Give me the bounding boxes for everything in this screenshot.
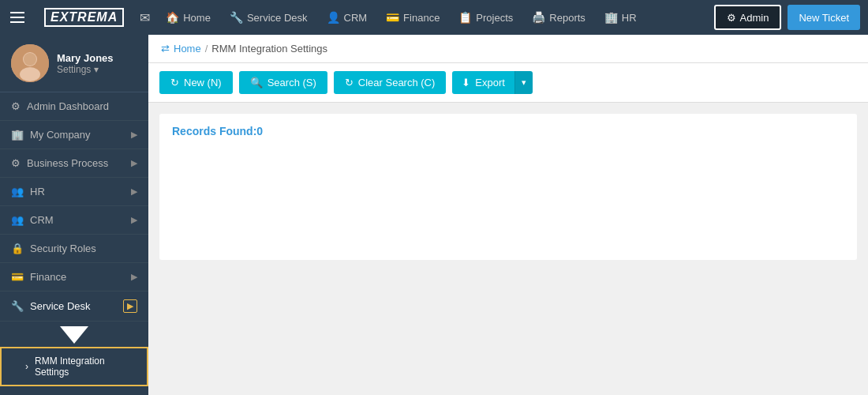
sidebar-item-service-desk[interactable]: 🔧 Service Desk ▶ bbox=[0, 292, 148, 322]
breadcrumb-separator: / bbox=[205, 43, 208, 55]
sidebar-user-info: Mary Jones Settings ▾ bbox=[57, 52, 114, 75]
svg-rect-2 bbox=[10, 21, 24, 23]
nav-crm[interactable]: 👤CRM bbox=[317, 0, 377, 35]
toolbar: ↻ New (N) 🔍 Search (S) ↻ Clear Search (C… bbox=[148, 63, 868, 103]
refresh-icon: ↻ bbox=[170, 77, 179, 88]
clear-search-button[interactable]: ↻ Clear Search (C) bbox=[334, 71, 447, 94]
topbar-right: ⚙ Admin New Ticket bbox=[706, 5, 868, 30]
svg-rect-1 bbox=[10, 17, 24, 18]
breadcrumb-home-link[interactable]: Home bbox=[174, 43, 201, 55]
new-ticket-button[interactable]: New Ticket bbox=[788, 5, 860, 30]
sidebar-item-hr[interactable]: 👥 HR ▶ bbox=[0, 178, 148, 206]
down-arrow-icon bbox=[60, 326, 88, 344]
breadcrumb: ⇄ Home / RMM Integration Settings bbox=[148, 35, 868, 63]
refresh-clear-icon: ↻ bbox=[345, 77, 354, 88]
expand-icon: ▶ bbox=[131, 186, 137, 197]
nav-finance[interactable]: 💳Finance bbox=[376, 0, 449, 35]
my-company-icon: 🏢 bbox=[11, 129, 24, 141]
sidebar-arrow-indicator bbox=[0, 322, 148, 347]
menu-toggle-icon[interactable] bbox=[0, 12, 35, 23]
home-icon: 🏠 bbox=[166, 11, 179, 24]
export-group: ⬇ Export ▾ bbox=[452, 71, 533, 94]
sidebar-item-admin-dashboard[interactable]: ⚙ Admin Dashboard bbox=[0, 92, 148, 121]
sidebar-submenu-item-rmm[interactable]: › RMM Integration Settings bbox=[0, 347, 148, 386]
export-dropdown-button[interactable]: ▾ bbox=[514, 71, 533, 94]
hr-nav-icon: 👥 bbox=[11, 186, 24, 198]
topbar: EXTREMA ✉ 🏠Home 🔧Service Desk 👤CRM 💳Fina… bbox=[0, 0, 868, 35]
search-icon: 🔍 bbox=[250, 77, 263, 88]
expand-icon: ▶ bbox=[131, 158, 137, 168]
sidebar-item-business-process[interactable]: ⚙ Business Process ▶ bbox=[0, 149, 148, 178]
lock-icon: 🔒 bbox=[11, 243, 24, 254]
records-found: Records Found:0 bbox=[172, 125, 844, 137]
sidebar-item-crm[interactable]: 👥 CRM ▶ bbox=[0, 206, 148, 235]
svg-point-6 bbox=[24, 53, 36, 66]
nav-reports[interactable]: 🖨️Reports bbox=[522, 0, 595, 35]
expand-icon: ▶ bbox=[123, 299, 137, 313]
admin-dashboard-icon: ⚙ bbox=[11, 100, 21, 112]
finance-icon: 💳 bbox=[386, 11, 399, 24]
sidebar-item-finance[interactable]: 💳 Finance ▶ bbox=[0, 263, 148, 292]
records-area: Records Found:0 bbox=[159, 114, 857, 260]
expand-icon: ▶ bbox=[131, 215, 137, 225]
search-button[interactable]: 🔍 Search (S) bbox=[239, 71, 327, 94]
gear-icon: ⚙ bbox=[727, 12, 736, 24]
app-logo: EXTREMA bbox=[35, 8, 133, 27]
chevron-down-icon: ▾ bbox=[522, 77, 526, 87]
user-settings-link[interactable]: Settings ▾ bbox=[57, 64, 114, 75]
export-icon: ⬇ bbox=[462, 77, 470, 88]
main-content-background bbox=[148, 271, 868, 395]
reports-icon: 🖨️ bbox=[532, 11, 545, 24]
breadcrumb-current: RMM Integration Settings bbox=[211, 43, 327, 55]
sidebar: Mary Jones Settings ▾ ⚙ Admin Dashboard … bbox=[0, 35, 148, 395]
servicedesk-icon: 🔧 bbox=[230, 11, 243, 24]
crm-nav-icon: 👥 bbox=[11, 214, 24, 226]
expand-icon: ▶ bbox=[131, 130, 137, 140]
topnav: 🏠Home 🔧Service Desk 👤CRM 💳Finance 📋Proje… bbox=[156, 0, 705, 35]
nav-projects[interactable]: 📋Projects bbox=[449, 0, 522, 35]
service-desk-icon: 🔧 bbox=[11, 300, 24, 312]
projects-icon: 📋 bbox=[458, 11, 472, 24]
nav-home[interactable]: 🏠Home bbox=[156, 0, 220, 35]
breadcrumb-transfer-icon: ⇄ bbox=[161, 43, 170, 55]
crm-icon: 👤 bbox=[327, 11, 340, 24]
expand-icon: ▶ bbox=[131, 272, 137, 282]
main-layout: Mary Jones Settings ▾ ⚙ Admin Dashboard … bbox=[0, 35, 868, 395]
svg-point-5 bbox=[20, 67, 40, 81]
content-area: ⇄ Home / RMM Integration Settings ↻ New … bbox=[148, 35, 868, 395]
avatar bbox=[11, 44, 49, 82]
export-button[interactable]: ⬇ Export bbox=[452, 71, 514, 94]
submenu-arrow-icon: › bbox=[25, 361, 28, 372]
svg-rect-0 bbox=[10, 12, 24, 13]
sidebar-user: Mary Jones Settings ▾ bbox=[0, 35, 148, 92]
business-process-icon: ⚙ bbox=[11, 157, 21, 169]
sidebar-item-security-roles[interactable]: 🔒 Security Roles bbox=[0, 235, 148, 263]
new-button[interactable]: ↻ New (N) bbox=[159, 71, 233, 94]
admin-button[interactable]: ⚙ Admin bbox=[714, 5, 782, 30]
user-name: Mary Jones bbox=[57, 52, 114, 64]
mail-icon[interactable]: ✉ bbox=[133, 10, 156, 25]
nav-hr[interactable]: 🏢HR bbox=[595, 0, 646, 35]
sidebar-item-my-company[interactable]: 🏢 My Company ▶ bbox=[0, 121, 148, 149]
sidebar-submenu: › RMM Integration Settings bbox=[0, 347, 148, 386]
hr-icon: 🏢 bbox=[604, 11, 618, 24]
nav-service-desk[interactable]: 🔧Service Desk bbox=[220, 0, 317, 35]
finance-nav-icon: 💳 bbox=[11, 271, 24, 283]
